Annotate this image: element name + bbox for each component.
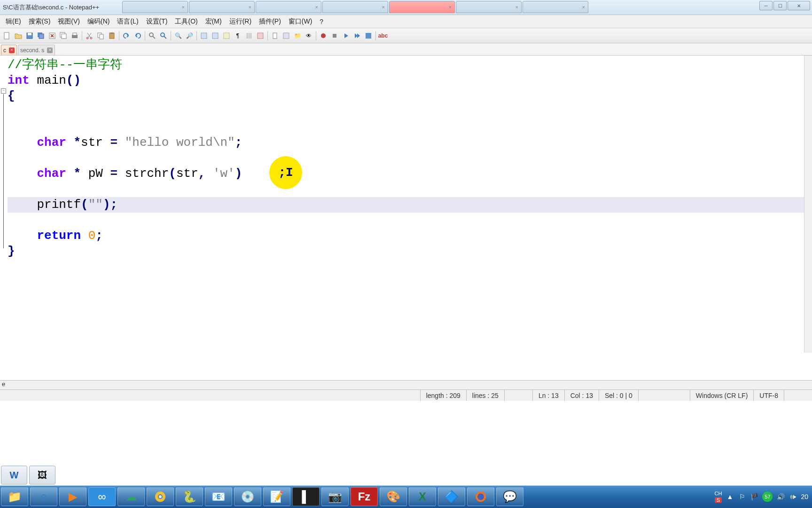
replace-icon[interactable] [158, 31, 169, 41]
doc-map-icon[interactable] [270, 31, 280, 41]
redo-icon[interactable] [133, 31, 143, 41]
menu-tools[interactable]: 工具(O) [171, 16, 201, 28]
file-tab[interactable]: second. s × [18, 45, 55, 55]
indent-guide-icon[interactable] [244, 31, 254, 41]
play-multi-icon[interactable] [352, 31, 362, 41]
ime-indicator[interactable]: CH [715, 491, 722, 496]
find-icon[interactable] [147, 31, 157, 41]
vertical-scrollbar[interactable] [804, 56, 812, 353]
chevron-up-icon[interactable]: ▲ [726, 492, 734, 501]
undo-icon[interactable] [121, 31, 132, 41]
minimize-button[interactable]: ─ [759, 1, 773, 10]
app-icon[interactable]: 🖼 [29, 466, 55, 484]
action-center-icon[interactable]: ⚐ [738, 492, 746, 501]
notification-badge[interactable]: 57 [762, 492, 773, 502]
close-button[interactable]: ✕ [788, 1, 810, 10]
monitor-icon[interactable]: 👁 [304, 31, 314, 41]
svg-rect-19 [110, 32, 113, 34]
close-icon[interactable]: × [315, 4, 318, 10]
menu-plugins[interactable]: 插件(P) [255, 16, 285, 28]
paste-icon[interactable] [107, 31, 117, 41]
menu-run[interactable]: 运行(R) [226, 16, 255, 28]
menu-edit[interactable]: 辑(E) [2, 16, 25, 28]
record-icon[interactable] [318, 31, 328, 41]
baidu-cloud-icon[interactable]: ∞ [88, 487, 116, 506]
user-lang-icon[interactable] [255, 31, 265, 41]
menu-language[interactable]: 语言(L) [113, 16, 142, 28]
save-all-icon[interactable] [36, 31, 46, 41]
maximize-button[interactable]: ☐ [773, 1, 787, 10]
screenshot-icon[interactable]: 📷 [321, 487, 349, 506]
chrome-icon[interactable] [147, 487, 174, 506]
browser-tab-active[interactable]: × [389, 1, 455, 13]
menu-window[interactable]: 窗口(W) [285, 16, 316, 28]
browser-tab[interactable]: × [122, 1, 188, 13]
outlook-icon[interactable]: 📧 [205, 487, 232, 506]
code-editor[interactable]: − //字符串--一串字符 int main() { char *str = "… [0, 56, 812, 380]
app-icon[interactable]: 🔷 [438, 487, 465, 506]
close-file-icon[interactable] [47, 31, 57, 41]
notepad-icon[interactable]: 📝 [263, 487, 290, 506]
fold-minus-icon[interactable]: − [1, 88, 6, 94]
zoom-out-icon[interactable]: 🔎 [184, 31, 195, 41]
play-icon[interactable] [341, 31, 351, 41]
browser-tab[interactable]: × [256, 1, 321, 13]
save-macro-icon[interactable] [363, 31, 374, 41]
new-file-icon[interactable] [2, 31, 12, 41]
sync-v-icon[interactable] [199, 31, 209, 41]
browser-tab[interactable]: × [456, 1, 522, 13]
filezilla-icon[interactable]: Fz [351, 487, 378, 506]
close-icon[interactable]: × [9, 48, 15, 53]
save-icon[interactable] [24, 31, 35, 41]
close-icon[interactable]: × [382, 4, 385, 10]
menu-encoding[interactable]: 编码(N) [84, 16, 113, 28]
close-icon[interactable]: × [182, 4, 185, 10]
open-file-icon[interactable] [13, 31, 23, 41]
ie-icon[interactable]: e [30, 487, 57, 506]
close-icon[interactable]: × [515, 4, 518, 10]
media-player-icon[interactable]: ▶ [59, 487, 86, 506]
menu-search[interactable]: 搜索(S) [25, 16, 55, 28]
word-icon[interactable]: W [1, 466, 27, 484]
close-icon[interactable]: × [249, 4, 251, 10]
firefox-icon[interactable] [467, 487, 494, 506]
function-list-icon[interactable] [281, 31, 291, 41]
spellcheck-icon[interactable]: abc [378, 31, 388, 41]
explorer-icon[interactable]: 📁 [1, 487, 28, 506]
copy-icon[interactable] [95, 31, 106, 41]
zoom-in-icon[interactable]: 🔍 [173, 31, 183, 41]
svg-rect-30 [258, 33, 263, 39]
clock[interactable]: 20 [801, 493, 808, 500]
browser-tab[interactable]: × [189, 1, 255, 13]
menu-view[interactable]: 视图(V) [54, 16, 84, 28]
all-chars-icon[interactable]: ¶ [233, 31, 243, 41]
file-tab-active[interactable]: c × [1, 45, 17, 55]
close-all-icon[interactable] [58, 31, 69, 41]
disc-icon[interactable]: 💿 [234, 487, 261, 506]
cut-icon[interactable] [84, 31, 94, 41]
svg-rect-31 [273, 33, 277, 39]
excel-icon[interactable]: X [409, 487, 436, 506]
menu-settings[interactable]: 设置(T) [142, 16, 172, 28]
folder-icon[interactable]: 📁 [292, 31, 303, 41]
terminal-icon[interactable]: ▌ [292, 487, 320, 506]
browser-tab[interactable]: × [523, 1, 588, 13]
sync-h-icon[interactable] [210, 31, 220, 41]
menu-help[interactable]: ? [316, 16, 327, 27]
python-icon[interactable]: 🐍 [176, 487, 203, 506]
print-icon[interactable] [70, 31, 80, 41]
network-icon[interactable]: 🔊 [776, 492, 785, 501]
browser-tab[interactable]: × [322, 1, 388, 13]
stop-icon[interactable] [329, 31, 340, 41]
wordwrap-icon[interactable] [221, 31, 232, 41]
volume-icon[interactable]: 🕪 [789, 492, 797, 501]
close-icon[interactable]: × [449, 4, 452, 10]
app-icon[interactable]: 🎨 [380, 487, 407, 506]
flag-icon[interactable]: 🏴 [750, 492, 758, 501]
close-icon[interactable]: × [47, 48, 53, 53]
close-icon[interactable]: × [582, 4, 585, 10]
wechat-icon[interactable]: 💬 [496, 487, 523, 506]
menu-macro[interactable]: 宏(M) [202, 16, 226, 28]
cloud-icon[interactable]: ☁ [117, 487, 145, 506]
ime-indicator2[interactable]: S [715, 497, 722, 503]
